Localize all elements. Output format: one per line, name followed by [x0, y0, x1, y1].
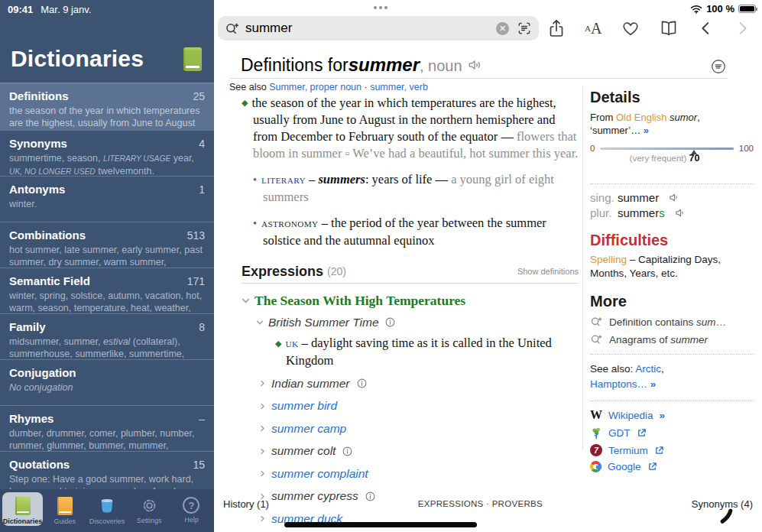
header-divider: [229, 78, 728, 79]
sidebar-item-family[interactable]: Family8 midsummer, summer, estival (coll…: [0, 313, 214, 359]
form-label: sing.: [590, 191, 618, 204]
item-title: Synonyms: [9, 137, 67, 150]
item-title: Combinations: [9, 229, 86, 242]
sidebar-item-combinations[interactable]: Combinations513 hot summer, late summer,…: [0, 222, 214, 268]
speaker-icon[interactable]: [674, 206, 687, 219]
etymology-text[interactable]: From Old English sumor, ‘summer’… »: [590, 111, 720, 137]
home-indicator[interactable]: [284, 522, 477, 527]
dictionaries-book-icon: [15, 497, 31, 515]
item-title: Definitions: [9, 89, 69, 102]
tab-discoveries[interactable]: Discoveries: [86, 492, 127, 526]
panel-see-also-more[interactable]: Hamptons… »: [590, 377, 754, 392]
tab-guides[interactable]: Guides: [44, 492, 85, 526]
title-prefix: Definitions for: [241, 55, 349, 76]
expression-label: summer camp: [271, 420, 346, 437]
difficulties-heading: Difficulties: [590, 232, 754, 249]
item-subtitle: No conjugation: [9, 381, 205, 394]
forward-icon[interactable]: [734, 19, 751, 37]
see-also-line[interactable]: See also Summer, proper noun · summer, v…: [229, 82, 428, 92]
expression-british-summer-time[interactable]: British Summer Time: [256, 314, 579, 331]
search-input[interactable]: [245, 21, 496, 36]
favorite-heart-icon[interactable]: [621, 19, 640, 37]
info-icon[interactable]: [385, 317, 395, 327]
sidebar-item-definitions[interactable]: Definitions25 the season of the year in …: [0, 83, 214, 130]
sidebar-item-conjugation[interactable]: Conjugation No conjugation: [0, 359, 214, 405]
expression-item-summer-bird[interactable]: summer bird: [259, 397, 579, 414]
title-part-of-speech: , noun: [420, 57, 462, 75]
gdt-link[interactable]: GDT: [590, 427, 754, 440]
search-add-icon: [590, 333, 602, 345]
expressions-divider: [242, 283, 579, 284]
panel-see-also[interactable]: See also: Arctic,: [590, 362, 754, 377]
expression-item-indian-summer[interactable]: Indian summer: [259, 375, 579, 392]
frequency-widget: 0 (very frequent) 70 100: [590, 144, 754, 164]
chevron-right-icon: [259, 447, 266, 456]
page-indicator[interactable]: EXPRESSIONS · PROVERBS: [269, 499, 692, 508]
chevron-right-icon: [259, 379, 266, 388]
toolbar: AA: [547, 15, 751, 41]
dot-bullet-icon: •: [253, 174, 257, 186]
status-bar-right: 100 %: [690, 3, 756, 15]
sidebar: 09:41Mar. 9 janv. Dictionaries Definitio…: [0, 0, 214, 532]
show-definitions-button[interactable]: Show definitions: [517, 263, 579, 280]
termium-icon: 7: [590, 444, 602, 456]
discoveries-hat-icon: [98, 497, 116, 515]
sidebar-item-semantic-field[interactable]: Semantic Field171 winter, spring, solsti…: [0, 268, 214, 313]
anagrams-link[interactable]: Anagrams of summer: [590, 333, 754, 345]
link-label: Termium: [608, 445, 648, 456]
external-link-icon: [637, 428, 647, 438]
item-title: Rhymes: [9, 412, 54, 425]
battery-icon: [738, 5, 756, 13]
termium-link[interactable]: 7 Termium: [590, 444, 754, 456]
share-icon[interactable]: [547, 18, 566, 38]
item-subtitle: dumber, drummer, comer, plumber, number,…: [9, 427, 205, 451]
chevron-down-icon: [242, 297, 250, 305]
item-subtitle: Step one: Have a good summer, work hard,…: [9, 473, 205, 489]
chevron-right-icon: [259, 424, 266, 433]
dot-bullet-icon: •: [253, 218, 257, 229]
tab-settings[interactable]: Settings: [129, 492, 170, 526]
difficulties-text[interactable]: Spelling – Capitalizing Days, Months, Ye…: [590, 253, 754, 280]
item-title: Family: [9, 320, 46, 333]
tab-help[interactable]: ? Help: [171, 492, 212, 526]
tab-label: Dictionaries: [3, 517, 43, 525]
live-text-icon[interactable]: [517, 21, 532, 36]
text-size-icon[interactable]: AA: [585, 20, 601, 37]
bookmarks-book-icon[interactable]: [659, 19, 679, 37]
expressions-title: Expressions: [242, 263, 323, 280]
back-icon[interactable]: [698, 19, 715, 37]
pronounce-speaker-icon[interactable]: [467, 57, 482, 73]
expression-group-heading[interactable]: The Season With High Temperatures: [242, 292, 579, 309]
info-icon[interactable]: [357, 378, 367, 388]
definition-sub-literary: •literary – summers: years of life — a y…: [253, 171, 579, 206]
sidebar-item-antonyms[interactable]: Antonyms1 winter.: [0, 176, 214, 222]
reader-options-icon[interactable]: [710, 58, 727, 75]
clear-search-icon[interactable]: ✕: [496, 22, 509, 35]
definition-contains-link[interactable]: Definition contains sum…: [590, 316, 754, 328]
expression-item-summer-camp[interactable]: summer camp: [259, 420, 579, 437]
sidebar-item-rhymes[interactable]: Rhymes– dumber, drummer, comer, plumber,…: [0, 405, 214, 451]
dictionary-book-icon: [183, 47, 202, 71]
item-subtitle: hot summer, late summer, early summer, p…: [9, 244, 205, 268]
sidebar-item-synonyms[interactable]: Synonyms4 summertime, season, literary u…: [0, 130, 214, 176]
sidebar-list: Definitions25 the season of the year in …: [0, 83, 214, 489]
guides-book-icon: [57, 497, 73, 515]
more-row-label: Definition contains sum…: [609, 316, 726, 328]
history-button[interactable]: History (1): [223, 498, 269, 510]
multitask-indicator[interactable]: [374, 6, 387, 9]
wikipedia-link[interactable]: W Wikipedia »: [590, 408, 754, 422]
expression-label: Indian summer: [271, 375, 350, 392]
info-icon[interactable]: [342, 446, 352, 456]
external-link-icon: [654, 446, 664, 456]
search-bar[interactable]: ✕: [218, 16, 539, 41]
tab-dictionaries[interactable]: Dictionaries: [2, 492, 43, 526]
google-link[interactable]: Google: [590, 461, 754, 472]
frequency-max: 100: [739, 144, 754, 153]
chevron-right-icon: [259, 514, 266, 523]
sidebar-item-quotations[interactable]: Quotations15 Step one: Have a good summe…: [0, 451, 214, 489]
panel-divider: [582, 86, 583, 449]
expression-item-summer-colt[interactable]: summer colt: [259, 443, 579, 459]
expression-item-summer-complaint[interactable]: summer complaint: [259, 466, 579, 482]
pencil-swoosh-icon: [719, 508, 734, 524]
speaker-icon[interactable]: [668, 191, 681, 204]
